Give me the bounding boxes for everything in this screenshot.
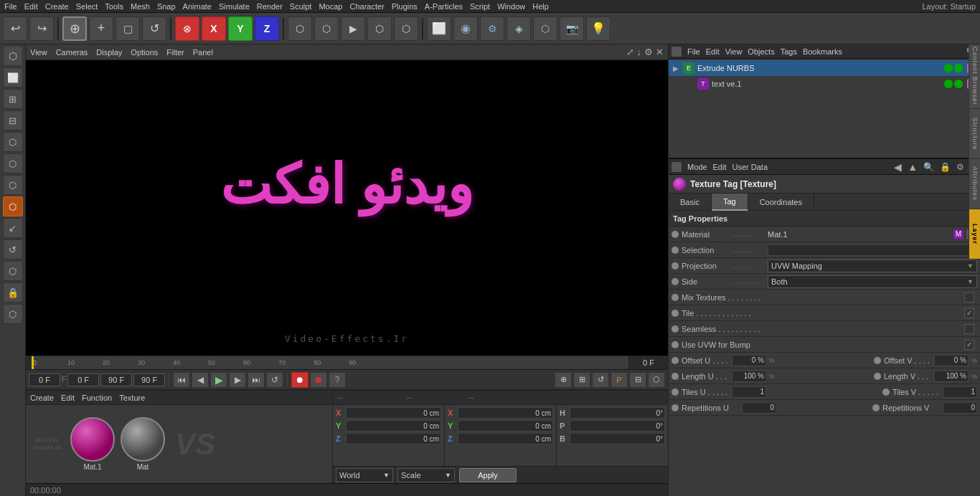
menu-tools[interactable]: Tools (105, 2, 123, 11)
tab-tag[interactable]: Tag (712, 194, 748, 211)
vp-icon-settings[interactable]: ⚙ (644, 47, 653, 57)
material-item-2[interactable]: Mat (121, 417, 165, 471)
attr-nav-left[interactable]: ◀ (894, 161, 902, 173)
coord-y-input[interactable] (346, 420, 441, 431)
coord-y2-input[interactable] (458, 420, 553, 431)
menu-render[interactable]: Render (257, 2, 283, 11)
tool-deform[interactable]: ⬡ (3, 153, 23, 173)
attr-menu-mode[interactable]: Mode (687, 163, 707, 171)
attr-nav-search[interactable]: 🔍 (923, 162, 934, 172)
obj-menu-objects[interactable]: Objects (748, 47, 774, 56)
tool-select[interactable]: ⬡ (3, 46, 23, 66)
attr-nav-up[interactable]: ▲ (908, 161, 918, 173)
vp-menu-view[interactable]: View (30, 48, 47, 57)
menu-snap[interactable]: Snap (157, 2, 176, 11)
obj-row-text[interactable]: T text ve.1 (669, 76, 980, 92)
side-tab-attributes[interactable]: Attributes (969, 159, 980, 209)
attr-menu-edit[interactable]: Edit (713, 163, 727, 171)
view-btn-1[interactable]: ⬡ (288, 16, 312, 41)
vp-menu-display[interactable]: Display (96, 48, 122, 57)
tab-basic[interactable]: Basic (669, 194, 712, 211)
attr-offset-u-input[interactable] (732, 355, 766, 366)
extrude-dot-1[interactable] (944, 64, 953, 72)
key-rotate[interactable]: ↺ (592, 372, 609, 388)
attr-length-v-input[interactable] (934, 371, 969, 382)
coord-z2-input[interactable] (458, 433, 553, 444)
mat-menu-edit[interactable]: Edit (61, 394, 75, 402)
world-dropdown[interactable]: World ▼ (336, 468, 393, 482)
obj-menu-bookmarks[interactable]: Bookmarks (803, 47, 842, 56)
attr-rep-u-input[interactable] (742, 402, 776, 414)
view-btn-5[interactable]: ⬡ (394, 16, 418, 41)
menu-mesh[interactable]: Mesh (131, 2, 150, 11)
current-frame-input[interactable] (29, 373, 60, 386)
menu-select[interactable]: Select (76, 2, 98, 11)
view-btn-4[interactable]: ⬡ (367, 16, 392, 41)
coord-b-input[interactable] (570, 433, 665, 444)
transport-skip-start[interactable]: ⏮ (173, 372, 190, 388)
start-frame-input[interactable] (67, 373, 99, 386)
attr-mat-icon-1[interactable]: M (953, 229, 964, 240)
vp-icon-down[interactable]: ↓ (637, 47, 642, 57)
side-tab-layer[interactable]: Layer (969, 209, 980, 259)
total-frame-input[interactable] (133, 373, 165, 386)
record-btn[interactable]: ⏺ (291, 372, 308, 388)
redo-button[interactable]: ↪ (29, 16, 54, 41)
mode-btn-3[interactable]: ▢ (116, 16, 140, 41)
key-move[interactable]: ⊕ (555, 372, 572, 388)
text-expand-icon[interactable] (686, 80, 694, 88)
constraint-x[interactable]: X (202, 16, 226, 41)
tool-box[interactable]: ⬡ (3, 196, 23, 216)
vp-icon-close[interactable]: ✕ (656, 47, 664, 57)
material-item-1[interactable]: Mat.1 (70, 417, 115, 471)
tool-rotate[interactable]: ↺ (3, 239, 23, 259)
timeline-ruler[interactable]: 0 10 20 30 40 50 60 70 80 90 (32, 356, 628, 369)
tool-smooth[interactable]: ⬡ (3, 132, 23, 152)
tool-mirror[interactable]: ⬡ (3, 261, 23, 281)
material-ball-2[interactable] (121, 417, 165, 462)
constraint-y[interactable]: Y (228, 16, 253, 41)
coord-x2-input[interactable] (458, 407, 553, 419)
view-btn-3[interactable]: ▶ (341, 16, 365, 41)
vp-menu-cameras[interactable]: Cameras (56, 48, 88, 57)
side-tab-content-browser[interactable]: Content Browser (969, 44, 980, 109)
attr-nav-settings[interactable]: ⚙ (956, 162, 964, 172)
tool-lock[interactable]: 🔒 (3, 282, 23, 302)
side-tab-structure[interactable]: Structure (969, 109, 980, 159)
tool-check[interactable]: ⊞ (3, 89, 23, 109)
end-frame-input[interactable] (100, 373, 132, 386)
menu-aparticles[interactable]: A-Particles (425, 2, 463, 11)
obj-row-extrude[interactable]: ▶ E Extrude NURBS (669, 60, 980, 76)
key-points[interactable]: ⊟ (629, 372, 646, 388)
obj-menu-edit[interactable]: Edit (706, 47, 720, 56)
mat-menu-texture[interactable]: Texture (119, 394, 145, 402)
transport-play[interactable]: ▶ (210, 372, 227, 388)
vp-menu-options[interactable]: Options (131, 48, 158, 57)
vp-menu-panel[interactable]: Panel (193, 48, 213, 57)
tool-magnet[interactable]: ⬡ (3, 304, 23, 324)
constraint-z[interactable]: Z (255, 16, 279, 41)
attr-length-u-input[interactable] (732, 371, 766, 382)
attr-nav-lock[interactable]: 🔒 (940, 162, 951, 172)
menu-animate[interactable]: Animate (183, 2, 212, 11)
tool-grid[interactable]: ⊟ (3, 110, 23, 130)
menu-script[interactable]: Script (470, 2, 490, 11)
shape-cube[interactable]: ⬜ (427, 16, 451, 41)
shape-camera[interactable]: 📷 (560, 16, 584, 41)
shape-nurbs[interactable]: ◈ (507, 16, 531, 41)
shape-deform[interactable]: ⬡ (533, 16, 557, 41)
menu-plugins[interactable]: Plugins (392, 2, 418, 11)
obj-menu-tags[interactable]: Tags (781, 47, 797, 56)
mode-btn-4[interactable]: ↺ (142, 16, 166, 41)
menu-character[interactable]: Character (349, 2, 384, 11)
mode-btn-1[interactable]: ⊕ (62, 16, 87, 41)
transport-prev[interactable]: ◀ (192, 372, 209, 388)
mat-menu-create[interactable]: Create (30, 394, 54, 402)
obj-menu-view[interactable]: View (725, 47, 743, 56)
shape-sphere[interactable]: ◉ (453, 16, 478, 41)
shape-special[interactable]: ⚙ (480, 16, 504, 41)
attr-tiles-u-input[interactable] (732, 386, 766, 398)
vp-icon-expand[interactable]: ⤢ (626, 47, 634, 57)
coord-h-input[interactable] (570, 407, 665, 419)
obj-menu-file[interactable]: File (687, 47, 700, 56)
